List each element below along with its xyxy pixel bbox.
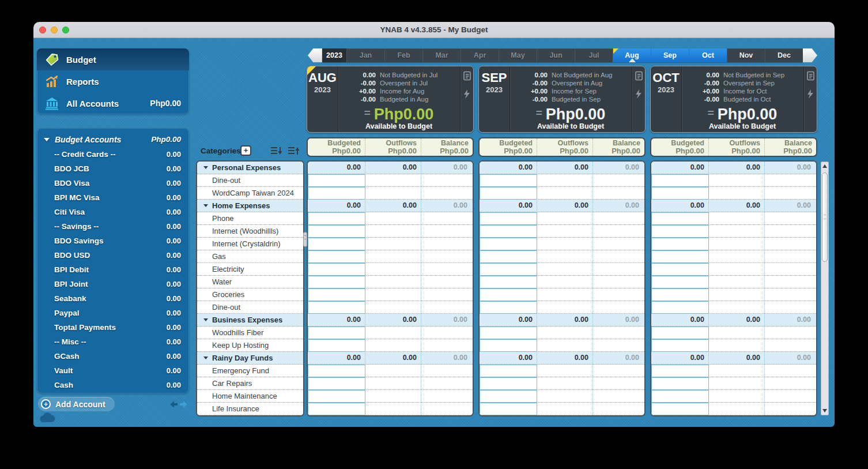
budgeted-cell[interactable] bbox=[651, 339, 709, 352]
budgeted-cell[interactable] bbox=[651, 276, 709, 288]
budgeted-cell[interactable] bbox=[651, 390, 709, 403]
month-tab-feb[interactable]: Feb bbox=[384, 48, 422, 62]
collapse-all-icon[interactable] bbox=[271, 147, 282, 155]
budgeted-cell[interactable] bbox=[308, 225, 365, 238]
category-row[interactable]: Groceries bbox=[197, 288, 303, 301]
budgeted-cell[interactable] bbox=[651, 263, 709, 276]
budgeted-column-header[interactable]: BudgetedPhp0.00 bbox=[308, 138, 365, 156]
balance-column-header[interactable]: BalancePhp0.00 bbox=[592, 138, 644, 156]
budgeted-cell[interactable] bbox=[651, 225, 709, 238]
month-tab-apr[interactable]: Apr bbox=[461, 48, 499, 62]
master-category-row[interactable]: Business Expenses bbox=[197, 314, 303, 327]
budgeted-cell[interactable] bbox=[651, 327, 709, 339]
month-note-icon[interactable] bbox=[806, 71, 816, 81]
budgeted-cell[interactable] bbox=[480, 250, 537, 263]
sidebar-item-budget[interactable]: Budget bbox=[37, 48, 189, 70]
category-row[interactable]: Internet (Woodhillls) bbox=[197, 225, 303, 238]
category-row[interactable]: Emergency Fund bbox=[197, 365, 303, 377]
budgeted-column-header[interactable]: BudgetedPhp0.00 bbox=[480, 138, 537, 156]
budgeted-cell[interactable] bbox=[480, 225, 537, 238]
budgeted-cell[interactable] bbox=[480, 403, 537, 415]
month-tab-dec[interactable]: Dec bbox=[765, 48, 803, 62]
month-tab-may[interactable]: May bbox=[499, 48, 537, 62]
tab-year-2023[interactable]: 2023 bbox=[322, 48, 346, 62]
category-row[interactable]: Life Insurance bbox=[197, 403, 303, 415]
close-button[interactable] bbox=[39, 27, 46, 33]
budgeted-cell[interactable] bbox=[480, 238, 537, 250]
account-row[interactable]: BPI MC Visa0.00 bbox=[37, 190, 189, 205]
outflows-column-header[interactable]: OutflowsPhp0.00 bbox=[537, 138, 592, 156]
budgeted-cell[interactable] bbox=[308, 288, 365, 301]
add-category-button[interactable]: + bbox=[240, 145, 251, 156]
add-account-button[interactable]: + Add Account bbox=[38, 397, 115, 411]
budgeted-cell[interactable] bbox=[480, 339, 537, 352]
category-row[interactable]: Internet (Crystaldrin) bbox=[197, 238, 303, 250]
budgeted-cell[interactable] bbox=[308, 301, 365, 314]
minimize-button[interactable] bbox=[51, 27, 58, 33]
panel-resize-grip[interactable] bbox=[303, 232, 307, 247]
category-row[interactable]: Woodhills Fiber bbox=[197, 327, 303, 339]
budgeted-cell[interactable] bbox=[308, 365, 365, 377]
category-row[interactable]: Gas bbox=[197, 250, 303, 263]
budgeted-cell[interactable] bbox=[308, 276, 365, 288]
balance-column-header[interactable]: BalancePhp0.00 bbox=[421, 138, 473, 156]
budgeted-cell[interactable] bbox=[480, 174, 537, 187]
category-row[interactable]: Dine-out bbox=[197, 174, 303, 187]
month-tab-sep[interactable]: Sep bbox=[651, 48, 689, 62]
account-row[interactable]: BDO Visa0.00 bbox=[37, 176, 189, 190]
master-category-row[interactable]: Rainy Day Funds bbox=[197, 352, 303, 365]
account-row[interactable]: BDO USD0.00 bbox=[37, 248, 189, 262]
next-months-arrow-button[interactable] bbox=[803, 48, 817, 62]
month-tab-jun[interactable]: Jun bbox=[537, 48, 575, 62]
budgeted-cell[interactable] bbox=[651, 288, 709, 301]
account-row[interactable]: BPI Debit0.00 bbox=[37, 262, 189, 277]
month-tab-oct[interactable]: Oct bbox=[689, 48, 727, 62]
budgeted-cell[interactable] bbox=[651, 212, 709, 225]
budgeted-cell[interactable] bbox=[308, 187, 365, 200]
budgeted-cell[interactable] bbox=[480, 327, 537, 339]
budgeted-cell[interactable] bbox=[480, 377, 537, 390]
month-tab-mar[interactable]: Mar bbox=[422, 48, 461, 62]
category-row[interactable]: Phone bbox=[197, 212, 303, 225]
budgeted-cell[interactable] bbox=[480, 276, 537, 288]
cloud-sync-icon[interactable] bbox=[38, 412, 56, 423]
month-tab-aug[interactable]: Aug bbox=[613, 48, 651, 62]
outflows-column-header[interactable]: OutflowsPhp0.00 bbox=[365, 138, 421, 156]
account-row[interactable]: Citi Visa0.00 bbox=[37, 205, 189, 219]
sidebar-item-reports[interactable]: Reports bbox=[37, 70, 189, 92]
budgeted-cell[interactable] bbox=[480, 212, 537, 225]
category-row[interactable]: Keep Up Hosting bbox=[197, 339, 303, 352]
budgeted-cell[interactable] bbox=[480, 263, 537, 276]
budgeted-cell[interactable] bbox=[651, 301, 709, 314]
budgeted-cell[interactable] bbox=[480, 390, 537, 403]
category-row[interactable]: Water bbox=[197, 276, 303, 288]
category-row[interactable]: Dine-out bbox=[197, 301, 303, 314]
account-row[interactable]: Vault0.00 bbox=[37, 363, 189, 378]
budgeted-cell[interactable] bbox=[308, 263, 365, 276]
category-row[interactable]: Home Maintenance bbox=[197, 390, 303, 403]
budget-accounts-header[interactable]: Budget Accounts Php0.00 bbox=[37, 132, 189, 147]
outflows-column-header[interactable]: OutflowsPhp0.00 bbox=[708, 138, 764, 156]
budgeted-cell[interactable] bbox=[308, 327, 365, 339]
month-tab-jan[interactable]: Jan bbox=[346, 48, 384, 62]
month-tab-jul[interactable]: Jul bbox=[575, 48, 613, 62]
budgeted-cell[interactable] bbox=[651, 238, 709, 250]
expand-all-icon[interactable] bbox=[288, 147, 300, 155]
month-note-icon[interactable] bbox=[634, 71, 644, 81]
budgeted-cell[interactable] bbox=[480, 365, 537, 377]
budgeted-cell[interactable] bbox=[651, 250, 709, 263]
account-row[interactable]: GCash0.00 bbox=[37, 349, 189, 363]
sidebar-resize-arrows-icon[interactable] bbox=[169, 400, 188, 409]
month-note-icon[interactable] bbox=[462, 71, 472, 81]
account-row[interactable]: Paypal0.00 bbox=[37, 306, 189, 320]
category-row[interactable]: WordCamp Taiwan 2024 bbox=[197, 187, 303, 200]
account-row[interactable]: BDO Savings0.00 bbox=[37, 234, 189, 248]
budgeted-cell[interactable] bbox=[308, 403, 365, 415]
category-row[interactable]: Electricity bbox=[197, 263, 303, 276]
month-tab-nov[interactable]: Nov bbox=[727, 48, 765, 62]
maximize-button[interactable] bbox=[62, 27, 69, 33]
budgeted-cell[interactable] bbox=[651, 365, 709, 377]
budgeted-cell[interactable] bbox=[308, 212, 365, 225]
category-row[interactable]: Car Repairs bbox=[197, 377, 303, 390]
quick-budget-lightning-icon[interactable] bbox=[463, 89, 470, 99]
